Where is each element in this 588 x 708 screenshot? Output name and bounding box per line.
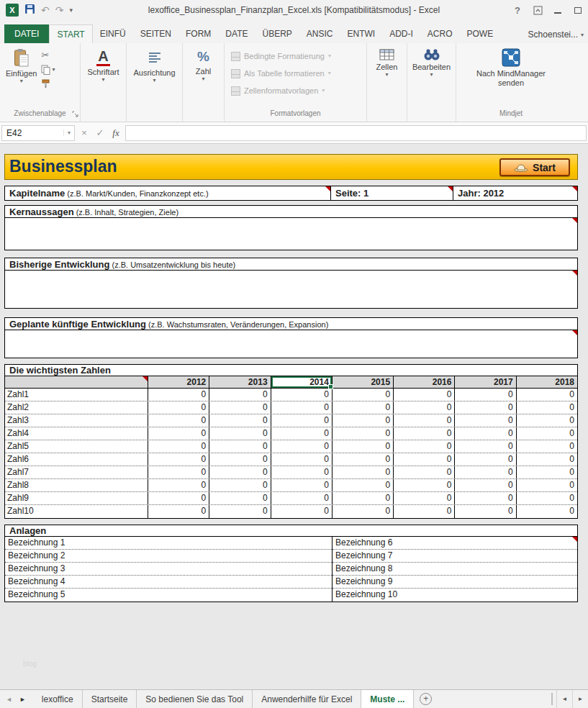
value-cell[interactable]: 0 [393, 440, 454, 453]
value-cell[interactable]: 0 [332, 427, 393, 440]
sheet-tab[interactable]: Anwenderhilfe für Excel [253, 690, 361, 708]
value-cell[interactable]: 0 [393, 389, 454, 401]
sheet-nav-next-button[interactable]: ► [19, 696, 26, 703]
value-cell[interactable]: 0 [271, 401, 332, 414]
value-cell[interactable]: 0 [271, 389, 332, 401]
attachment-item[interactable]: Bezeichnung 7 [333, 550, 577, 563]
ribbon-tab[interactable]: ACRO [420, 24, 460, 43]
section-input-area[interactable] [4, 270, 578, 309]
value-cell[interactable]: 0 [516, 453, 577, 466]
row-label-cell[interactable]: Zahl8 [5, 479, 148, 491]
value-cell[interactable]: 0 [209, 453, 270, 466]
value-cell[interactable]: 0 [271, 479, 332, 491]
redo-button[interactable]: ↷ [55, 4, 64, 17]
row-label-cell[interactable]: Zahl7 [5, 466, 148, 478]
row-label-cell[interactable]: Zahl2 [5, 401, 148, 414]
value-cell[interactable]: 0 [148, 492, 209, 504]
value-cell[interactable]: 0 [332, 505, 393, 518]
row-label-cell[interactable]: Zahl10 [5, 505, 148, 518]
value-cell[interactable]: 0 [332, 440, 393, 453]
year-header-cell[interactable]: 2018 [516, 376, 577, 388]
value-cell[interactable]: 0 [209, 414, 270, 427]
numbers-header-blank-cell[interactable] [5, 376, 148, 388]
row-label-cell[interactable]: Zahl4 [5, 427, 148, 440]
value-cell[interactable]: 0 [454, 389, 515, 401]
format-painter-button[interactable] [41, 78, 55, 90]
cells-button[interactable]: Zellen ▾ [374, 46, 401, 79]
section-title[interactable]: Geplante künftige Entwicklung (z.B. Wach… [4, 317, 578, 330]
value-cell[interactable]: 0 [148, 401, 209, 414]
ribbon-tab[interactable]: DATE [218, 24, 255, 43]
ribbon-tab[interactable]: ENTWI [340, 24, 383, 43]
value-cell[interactable]: 0 [271, 414, 332, 427]
year-header-cell[interactable]: 2014 [271, 376, 332, 388]
value-cell[interactable]: 0 [209, 389, 270, 401]
ribbon-tab[interactable]: FORM [178, 24, 218, 43]
year-header-cell[interactable]: 2013 [209, 376, 270, 388]
ribbon-display-options-button[interactable] [528, 1, 548, 19]
name-box[interactable]: E42 ▾ [1, 125, 75, 141]
send-to-mindmanager-button[interactable]: Nach MindManager senden [459, 46, 563, 88]
editing-button[interactable]: Bearbeiten ▾ [410, 46, 453, 79]
maximize-button[interactable] [568, 1, 588, 19]
value-cell[interactable]: 0 [209, 427, 270, 440]
value-cell[interactable]: 0 [393, 414, 454, 427]
value-cell[interactable]: 0 [393, 401, 454, 414]
ribbon-tab[interactable]: ÜBERP [255, 24, 299, 43]
value-cell[interactable]: 0 [393, 505, 454, 518]
value-cell[interactable]: 0 [148, 440, 209, 453]
value-cell[interactable]: 0 [271, 505, 332, 518]
start-button[interactable]: Start [499, 158, 570, 176]
value-cell[interactable]: 0 [148, 427, 209, 440]
sheet-tab[interactable]: Startseite [83, 690, 137, 708]
alignment-button[interactable]: Ausrichtung ▾ [130, 46, 178, 85]
attachment-item[interactable]: Bezeichnung 2 [5, 550, 332, 563]
sheet-nav-prev-button[interactable]: ◄ [6, 696, 12, 703]
value-cell[interactable]: 0 [148, 466, 209, 478]
value-cell[interactable]: 0 [148, 479, 209, 491]
undo-button[interactable]: ↶ [41, 4, 50, 17]
value-cell[interactable]: 0 [148, 453, 209, 466]
ribbon-tab[interactable]: ANSIC [299, 24, 340, 43]
chapter-name-cell[interactable]: Kapitelname (z.B. Markt/Kunden, Finanzko… [4, 186, 331, 201]
value-cell[interactable]: 0 [516, 492, 577, 504]
insert-function-button[interactable]: fx [108, 125, 124, 141]
row-label-cell[interactable]: Zahl3 [5, 414, 148, 427]
value-cell[interactable]: 0 [332, 401, 393, 414]
value-cell[interactable]: 0 [516, 466, 577, 478]
section-title[interactable]: Bisherige Entwicklung (z.B. Umsatzentwic… [4, 258, 578, 271]
row-label-cell[interactable]: Zahl1 [5, 389, 148, 401]
value-cell[interactable]: 0 [393, 453, 454, 466]
attachment-item[interactable]: Bezeichnung 9 [333, 576, 577, 589]
font-button[interactable]: A Schriftart ▾ [84, 46, 122, 84]
value-cell[interactable]: 0 [332, 389, 393, 401]
year-header-cell[interactable]: 2015 [332, 376, 393, 388]
value-cell[interactable]: 0 [332, 466, 393, 478]
value-cell[interactable]: 0 [271, 440, 332, 453]
attachment-item[interactable]: Bezeichnung 8 [333, 563, 577, 576]
row-label-cell[interactable]: Zahl6 [5, 453, 148, 466]
year-cell[interactable]: Jahr: 2012 [453, 186, 578, 201]
ribbon-tab-file[interactable]: DATEI [4, 24, 49, 43]
sheet-tab[interactable]: So bedienen Sie das Tool [137, 690, 253, 708]
dialog-launcher-icon[interactable] [72, 107, 78, 120]
value-cell[interactable]: 0 [332, 492, 393, 504]
value-cell[interactable]: 0 [209, 479, 270, 491]
value-cell[interactable]: 0 [454, 492, 515, 504]
value-cell[interactable]: 0 [209, 401, 270, 414]
year-header-cell[interactable]: 2017 [454, 376, 515, 388]
ribbon-tab[interactable]: START [49, 24, 92, 43]
value-cell[interactable]: 0 [332, 479, 393, 491]
value-cell[interactable]: 0 [148, 505, 209, 518]
row-label-cell[interactable]: Zahl5 [5, 440, 148, 453]
year-header-cell[interactable]: 2012 [148, 376, 209, 388]
qat-customize-button[interactable]: ▾ [69, 6, 73, 14]
value-cell[interactable]: 0 [332, 453, 393, 466]
page-cell[interactable]: Seite: 1 [330, 186, 453, 201]
value-cell[interactable]: 0 [454, 466, 515, 478]
row-label-cell[interactable]: Zahl9 [5, 492, 148, 504]
ribbon-tab[interactable]: EINFÜ [93, 24, 133, 43]
minimize-button[interactable] [548, 1, 568, 19]
section-input-area[interactable] [4, 330, 578, 358]
hscroll-left-button[interactable]: ◄ [556, 690, 572, 708]
